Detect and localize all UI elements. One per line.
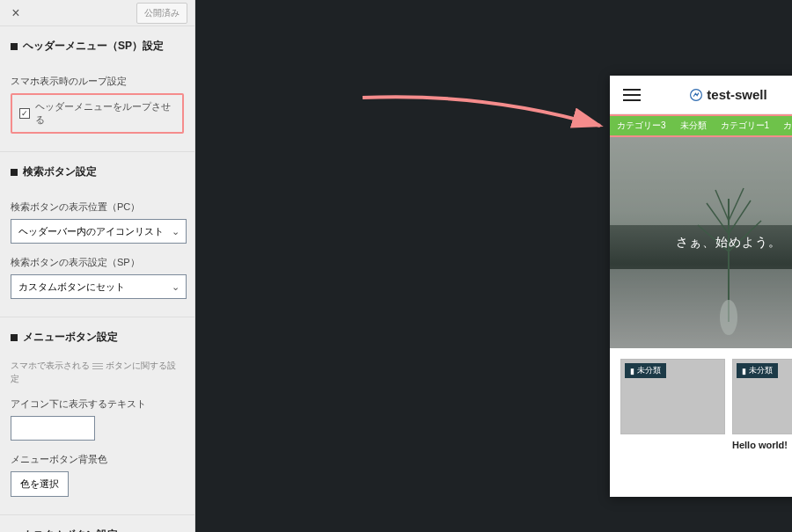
search-sp-select[interactable]: カスタムボタンにセット	[11, 274, 187, 299]
post-title[interactable]: Hello world!	[732, 440, 792, 450]
category-nav-loop[interactable]: カテゴリー3 未分類 カテゴリー1 カテゴリー2 カテゴリ	[610, 114, 792, 137]
section-title: メニューボタン設定	[23, 330, 118, 345]
publish-button[interactable]: 公開済み	[136, 3, 187, 24]
square-icon	[11, 43, 18, 50]
post-tag[interactable]: ▮ 未分類	[625, 363, 666, 378]
cat-item[interactable]: カテゴリー1	[714, 120, 777, 132]
icon-text-label: アイコン下に表示するテキスト	[11, 397, 184, 411]
post-card[interactable]: ▮ 未分類	[620, 359, 725, 450]
square-icon	[11, 169, 18, 176]
section-custom-btn: カスタムボタン設定	[0, 515, 194, 532]
mobile-preview: test-swell カテゴリー3 未分類 カテゴリー1 カテゴリー2 カテゴリ	[610, 76, 792, 497]
search-sp-label: 検索ボタンの表示設定（SP）	[11, 256, 184, 269]
loop-text: ヘッダーメニューをループさせる	[35, 100, 175, 127]
annotation-arrow	[327, 84, 635, 154]
search-pc-label: 検索ボタンの表示位置（PC）	[11, 200, 184, 214]
svg-rect-3	[610, 137, 792, 225]
section-search: 検索ボタン設定	[0, 152, 194, 188]
folder-icon: ▮	[630, 367, 634, 375]
cat-item[interactable]: カテゴリー2	[776, 120, 792, 132]
sidebar-top-bar: × 公開済み	[0, 0, 194, 26]
section-menu-btn: メニューボタン設定	[0, 317, 194, 353]
menu-bg-label: メニューボタン背景色	[11, 453, 184, 466]
svg-point-12	[720, 300, 737, 335]
svg-rect-4	[610, 269, 792, 348]
hamburger-icon[interactable]	[622, 85, 642, 105]
search-pc-select[interactable]: ヘッダーバー内のアイコンリストに表	[11, 219, 187, 244]
color-picker-button[interactable]: 色を選択	[11, 471, 69, 497]
post-tag[interactable]: ▮ 未分類	[737, 363, 778, 378]
loop-checkbox-highlight: ✓ ヘッダーメニューをループさせる	[11, 93, 184, 134]
post-thumbnail: ▮ 未分類	[732, 359, 792, 434]
post-thumbnail: ▮ 未分類	[620, 359, 725, 434]
section-title: カスタムボタン設定	[23, 528, 118, 532]
preview-canvas: test-swell カテゴリー3 未分類 カテゴリー1 カテゴリー2 カテゴリ	[195, 0, 792, 532]
hero-text: さぁ、始めよう。	[676, 235, 781, 251]
site-logo-icon	[690, 89, 702, 101]
hero: さぁ、始めよう。	[610, 137, 792, 348]
preview-header: test-swell	[610, 76, 792, 114]
cat-item[interactable]: 未分類	[673, 120, 714, 132]
menu-icon	[92, 363, 103, 369]
customizer-sidebar: × 公開済み ヘッダーメニュー（SP）設定 スマホ表示時のループ設定 ✓ ヘッダ…	[0, 0, 195, 532]
section-title: ヘッダーメニュー（SP）設定	[23, 39, 164, 54]
loop-label: スマホ表示時のループ設定	[11, 75, 184, 88]
cat-item[interactable]: カテゴリー3	[610, 120, 673, 132]
close-icon[interactable]: ×	[7, 4, 25, 22]
post-grid: ▮ 未分類 ▮ 未分類 Hello world!	[610, 348, 792, 461]
folder-icon: ▮	[742, 367, 746, 375]
section-header-sp: ヘッダーメニュー（SP）設定	[0, 26, 194, 62]
loop-checkbox[interactable]: ✓	[19, 108, 30, 119]
icon-text-input[interactable]	[11, 416, 95, 441]
square-icon	[11, 334, 18, 341]
menu-help: スマホで表示される ボタンに関する設定	[11, 359, 184, 385]
site-title[interactable]: test-swell	[707, 87, 766, 102]
section-title: 検索ボタン設定	[23, 164, 97, 179]
post-card[interactable]: ▮ 未分類 Hello world!	[732, 359, 792, 450]
